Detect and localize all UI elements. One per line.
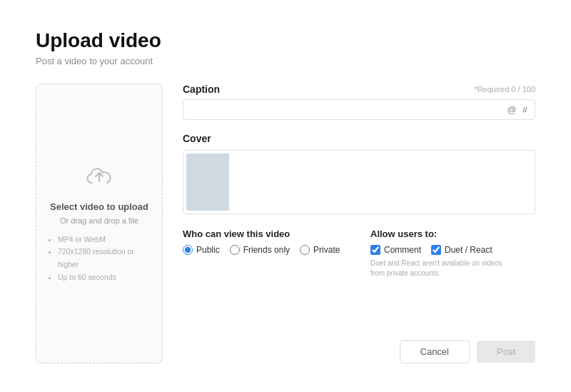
post-button[interactable]: Post [477, 341, 535, 363]
radio-group: Public Friends only Private [183, 245, 348, 255]
radio-private[interactable]: Private [300, 245, 340, 255]
radio-friends-label: Friends only [243, 245, 290, 255]
page-header: Upload video Post a video to your accoun… [36, 29, 535, 66]
checkbox-duet-label: Duet / React [445, 245, 492, 255]
radio-friends[interactable]: Friends only [230, 245, 290, 255]
caption-meta: *Required 0 / 100 [474, 85, 535, 94]
upload-area[interactable]: Select video to upload Or drag and drop … [36, 84, 163, 363]
upload-subtitle: Or drag and drop a file [60, 216, 138, 225]
checkbox-comment[interactable]: Comment [370, 245, 421, 255]
caption-input-wrapper[interactable]: @ # [183, 99, 535, 120]
spec-item: 720x1280 resolution or higher [58, 246, 151, 271]
radio-public-label: Public [196, 245, 220, 255]
caption-label-row: Caption *Required 0 / 100 [183, 84, 535, 95]
page-subtitle: Post a video to your account [36, 56, 535, 66]
at-icon[interactable]: @ [507, 104, 517, 115]
page-title: Upload video [36, 29, 535, 53]
caption-icons: @ # [507, 104, 527, 115]
cancel-button[interactable]: Cancel [400, 340, 470, 363]
main-content: Select video to upload Or drag and drop … [36, 84, 535, 363]
hash-icon[interactable]: # [522, 104, 527, 115]
footer: Cancel Post [183, 333, 535, 363]
cover-thumbnail [186, 154, 229, 211]
radio-private-input[interactable] [300, 245, 310, 255]
visibility-title: Who can view this video [183, 228, 348, 239]
checkbox-duet-input[interactable] [431, 245, 441, 255]
radio-public[interactable]: Public [183, 245, 220, 255]
required-label: *Required [474, 85, 509, 94]
bottom-section: Who can view this video Public Friends o… [183, 228, 535, 278]
cover-label: Cover [183, 133, 535, 144]
allow-title: Allow users to: [370, 228, 535, 239]
allow-section: Allow users to: Comment Duet / React Due… [370, 228, 535, 278]
cover-section: Cover [183, 133, 535, 214]
upload-specs: MP4 or WebM 720x1280 resolution or highe… [48, 233, 151, 284]
page: Upload video Post a video to your accoun… [0, 0, 571, 392]
radio-private-label: Private [313, 245, 340, 255]
caption-counter: 0 / 100 [511, 85, 535, 94]
upload-icon [85, 163, 113, 194]
checkbox-duet[interactable]: Duet / React [431, 245, 492, 255]
checkbox-comment-input[interactable] [370, 245, 380, 255]
spec-item: Up to 60 seconds [58, 271, 151, 284]
upload-title: Select video to upload [50, 201, 148, 212]
caption-input[interactable] [191, 104, 507, 115]
checkbox-group: Comment Duet / React [370, 245, 535, 255]
visibility-section: Who can view this video Public Friends o… [183, 228, 348, 255]
form-area: Caption *Required 0 / 100 @ # Cover [183, 84, 535, 363]
caption-field: Caption *Required 0 / 100 @ # [183, 84, 535, 120]
spec-item: MP4 or WebM [58, 233, 151, 246]
radio-public-input[interactable] [183, 245, 193, 255]
cover-box[interactable] [183, 150, 535, 214]
caption-label: Caption [183, 84, 220, 95]
radio-friends-input[interactable] [230, 245, 240, 255]
allow-note: Duet and React aren't available on video… [370, 258, 513, 278]
checkbox-comment-label: Comment [384, 245, 421, 255]
